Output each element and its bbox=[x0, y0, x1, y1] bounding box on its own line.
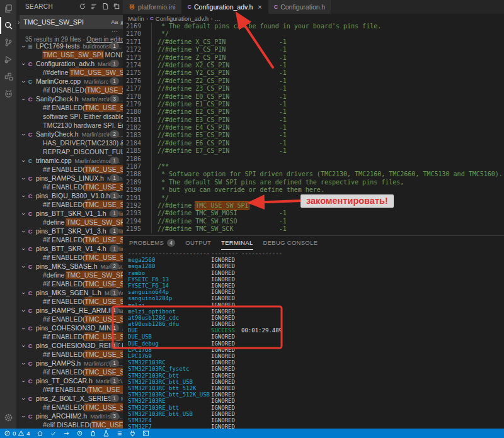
search-file-row[interactable]: ›Cpins_Z_BOLT_X_SERIES.hMa...1 bbox=[16, 394, 123, 403]
search-match-row[interactable]: #if ENABLED(TMC_USE_SW_SPI) bbox=[16, 368, 123, 376]
search-match-row[interactable]: TMC2130 hardware SPI. Enable TMC... bbox=[16, 121, 123, 130]
search-match-row[interactable]: #if ENABLED(TMC_USE_SW_SPI) bbox=[16, 103, 123, 112]
search-match-row[interactable]: #elif DISABLED(TMC_USE_SW_SPI bbox=[16, 420, 123, 429]
code-line[interactable]: 2176//#define Z2_CS_PIN -1 bbox=[123, 77, 504, 85]
new-search-editor-icon[interactable] bbox=[101, 3, 109, 10]
test-flask-icon[interactable] bbox=[103, 430, 110, 437]
toggle-search-details[interactable]: ··· bbox=[16, 29, 123, 34]
search-match-row[interactable]: #if ENABLED(TMC_USE_SW_SPI) bbox=[16, 350, 123, 359]
search-match-row[interactable]: #if ENABLED(TMC_USE_SW_SPI) bbox=[16, 315, 123, 323]
search-match-row[interactable]: //#if ENABLED(TMC_USE_SW_SPI) bbox=[16, 385, 123, 394]
code-line[interactable]: 2172//#define Y_CS_PIN -1 bbox=[123, 46, 504, 53]
code-line[interactable]: 2186 bbox=[123, 155, 504, 163]
clean-trash-icon[interactable] bbox=[89, 430, 96, 437]
code-line[interactable]: 2181//#define E3_CS_PIN -1 bbox=[123, 116, 504, 124]
tab-configuration-adv-h[interactable]: C Configuration_adv.h × bbox=[182, 0, 268, 14]
code-line[interactable]: 2189 * The default SW SPI pins are defin… bbox=[123, 179, 504, 186]
tab-output[interactable]: OUTPUT bbox=[185, 236, 211, 249]
code-line[interactable]: 2169 * The default pins can be found in … bbox=[123, 23, 504, 30]
search-match-row[interactable]: software SPI. Either disable TMC_US... bbox=[16, 112, 123, 121]
search-match-row[interactable]: #if DISABLED(TMC_USE_SW_SPI) bbox=[16, 86, 123, 94]
search-file-row[interactable]: ›Cpins_BIQU_B300_V1.0.hMarl...1 bbox=[16, 191, 123, 200]
search-match-row[interactable]: #if ENABLED(TMC_USE_SW_SPI) bbox=[16, 200, 123, 209]
breadcrumb[interactable]: Marlin› C Configuration_adv.h› … bbox=[123, 14, 504, 23]
files-icon[interactable] bbox=[0, 0, 16, 17]
search-match-row[interactable]: #if ENABLED(TMC_USE_SW_SPI) bbox=[16, 165, 123, 174]
open-in-editor-icon[interactable] bbox=[113, 3, 120, 10]
tab-debug-console[interactable]: DEBUG CONSOLE bbox=[263, 236, 318, 249]
search-file-row[interactable]: ›Cpins_RAMPS.hMarlin\src\pin...1 bbox=[16, 359, 123, 368]
close-icon[interactable]: × bbox=[258, 3, 261, 11]
code-line[interactable]: 2175//#define Y2_CS_PIN -1 bbox=[123, 69, 504, 77]
code-line[interactable]: 2177//#define Z3_CS_PIN -1 bbox=[123, 85, 504, 93]
search-match-row[interactable]: #define TMC_USE_SW_SPI bbox=[16, 271, 123, 279]
search-match-row[interactable]: #if ENABLED(TMC_USE_SW_SPI) bbox=[16, 235, 123, 244]
search-icon[interactable] bbox=[0, 17, 16, 34]
refresh-icon[interactable] bbox=[79, 3, 86, 10]
search-file-row[interactable]: ›Cpins_COHESION3D_MINI.h...1 bbox=[16, 323, 123, 332]
tab-terminal[interactable]: TERMINAL bbox=[221, 236, 253, 250]
search-file-row[interactable]: ›Cpins_COHESION3D_REMIX.h...1 bbox=[16, 341, 123, 350]
tab-platformio-ini[interactable]: platformio.ini bbox=[123, 0, 182, 14]
search-match-row[interactable]: #if ENABLED(TMC_USE_SW_SPI) bbox=[16, 182, 123, 191]
search-file-row[interactable]: ›Cpins_BTT_SKR_V1_4.hMarlin\...1 bbox=[16, 244, 123, 253]
refresh-circle-icon[interactable] bbox=[76, 430, 83, 437]
code-line[interactable]: 2193//#define TMC_SW_MOSI -1 bbox=[123, 210, 504, 217]
search-file-row[interactable]: ›CMarlinCore.cppMarlin\src1 bbox=[16, 77, 123, 86]
code-line[interactable]: 2173//#define Z_CS_PIN -1 bbox=[123, 54, 504, 62]
settings-gear-icon[interactable] bbox=[0, 409, 16, 426]
search-file-row[interactable]: ›Ctrinamic.cppMarlin\src\modu...1 bbox=[16, 156, 123, 165]
run-debug-icon[interactable] bbox=[0, 51, 16, 68]
terminal-output[interactable]: ----------------------------------------… bbox=[123, 250, 504, 429]
code-line[interactable]: 2194//#define TMC_SW_MISO -1 bbox=[123, 218, 504, 225]
code-line[interactable]: 2183//#define E5_CS_PIN -1 bbox=[123, 132, 504, 139]
search-file-row[interactable]: ›Cpins_RAMPS_LINUX.hMarlin...1 bbox=[16, 174, 123, 182]
search-results-list[interactable]: ›≣LPC1769-testsbuildroot\shar...1TMC_USE… bbox=[16, 42, 123, 429]
search-match-row[interactable]: //#define TMC_USE_SW_SPI bbox=[16, 68, 123, 77]
search-file-row[interactable]: ›Cpins_MKS_SBASE.hMarlin\sr...2 bbox=[16, 262, 123, 271]
tab-problems[interactable]: PROBLEMS4 bbox=[129, 236, 175, 249]
search-file-row[interactable]: ›Cpins_TT_OSCAR.hMarlin\src\...1 bbox=[16, 376, 123, 385]
search-file-row[interactable]: ›Cpins_BTT_SKR_V1_3.hMarlin\...1 bbox=[16, 227, 123, 235]
clear-results-icon[interactable] bbox=[90, 3, 98, 10]
search-match-row[interactable]: HAS_DRIVER(TMC2130) && DISABL... bbox=[16, 138, 123, 147]
search-file-row[interactable]: ›Cpins_RAMPS_RE_ARM.hMarl...1 bbox=[16, 306, 123, 315]
code-line[interactable]: 2182//#define E4_CS_PIN -1 bbox=[123, 124, 504, 132]
search-match-row[interactable]: REPRAP_DISCOUNT_FULL_GRAPHIC... bbox=[16, 147, 123, 156]
search-match-row[interactable]: #if ENABLED(TMC_USE_SW_SPI) bbox=[16, 332, 123, 341]
upload-arrow-icon[interactable] bbox=[63, 430, 70, 437]
search-file-row[interactable]: ›CSanityCheck.hMarlin\src\HAL...2 bbox=[16, 130, 123, 138]
search-match-row[interactable]: #if ENABLED(TMC_USE_SW_SPI) bbox=[16, 297, 123, 306]
new-terminal-icon[interactable] bbox=[142, 430, 149, 437]
code-line[interactable]: 2178//#define E0_CS_PIN -1 bbox=[123, 93, 504, 101]
code-line[interactable]: 2170 */ bbox=[123, 30, 504, 38]
problems-status[interactable]: 0 4 bbox=[4, 430, 30, 437]
search-match-row[interactable]: #define TMC_USE_SW_SPI bbox=[16, 218, 123, 227]
search-match-row[interactable]: #if ENABLED(TMC_USE_SW_SPI) bbox=[16, 253, 123, 262]
search-file-row[interactable]: ›Cpins_MKS_SGEN_L.hMarlin\s...1 bbox=[16, 288, 123, 297]
search-file-row[interactable]: ›Cpins_BTT_SKR_V1_1.hMarlin\...1 bbox=[16, 209, 123, 218]
search-match-row[interactable]: #if ENABLED(TMC_USE_SW_SPI) bbox=[16, 279, 123, 288]
serial-plug-icon[interactable] bbox=[129, 430, 136, 437]
code-line[interactable]: 2180//#define E2_CS_PIN -1 bbox=[123, 108, 504, 116]
code-line[interactable]: 2185//#define E7_CS_PIN -1 bbox=[123, 147, 504, 155]
search-file-row[interactable]: ›≣LPC1769-testsbuildroot\shar...1 bbox=[16, 42, 123, 50]
code-line[interactable]: 2195//#define TMC_SW_SCK -1 bbox=[123, 225, 504, 233]
search-input[interactable] bbox=[20, 18, 110, 26]
extensions-icon[interactable] bbox=[0, 68, 16, 85]
code-line[interactable]: 2171//#define X_CS_PIN -1 bbox=[123, 38, 504, 46]
code-line[interactable]: 2187/** bbox=[123, 163, 504, 171]
code-line[interactable]: 2174//#define X2_CS_PIN -1 bbox=[123, 62, 504, 69]
code-line[interactable]: 2188 * Software option for SPI driven dr… bbox=[123, 171, 504, 178]
tab-configuration-h[interactable]: C Configuration.h bbox=[268, 0, 332, 14]
home-icon[interactable] bbox=[37, 430, 43, 437]
search-file-row[interactable]: ›CSanityCheck.hMarlin\src\HAL...3 bbox=[16, 94, 123, 103]
build-check-icon[interactable] bbox=[50, 430, 57, 437]
task-list-icon[interactable] bbox=[116, 430, 123, 437]
platformio-icon[interactable] bbox=[0, 85, 16, 102]
match-case-toggle[interactable]: Aa bbox=[110, 19, 119, 25]
whole-word-toggle[interactable]: ab bbox=[119, 19, 123, 25]
code-line[interactable]: 2190 * but you can override or define th… bbox=[123, 186, 504, 194]
search-match-row[interactable]: #if ENABLED(TMC_USE_SW_SPI) bbox=[16, 403, 123, 412]
source-control-icon[interactable] bbox=[0, 34, 16, 51]
